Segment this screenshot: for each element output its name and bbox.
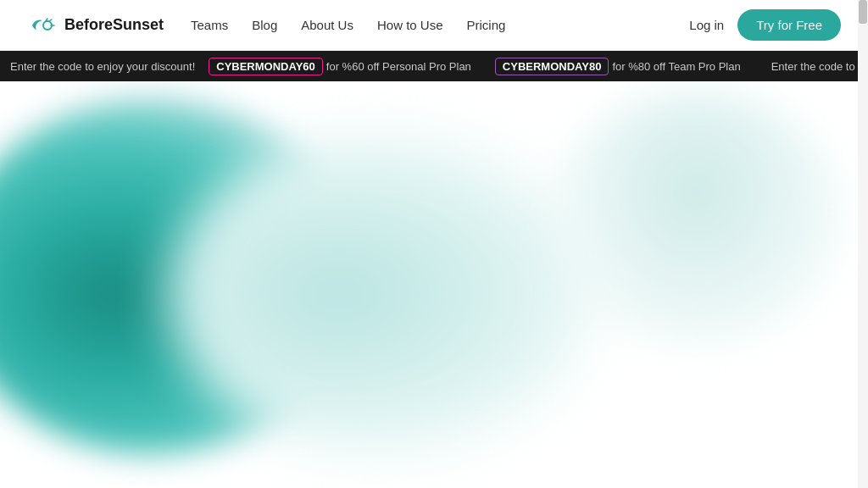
promo-text-2: Enter the code to enjoy your discount!	[761, 60, 868, 73]
nav-links: Teams Blog About Us How to Use Pricing	[191, 18, 505, 33]
blob-center	[170, 132, 593, 454]
nav-about[interactable]: About Us	[301, 18, 353, 32]
promo-desc-1: for %60 off Personal Pro Plan	[326, 60, 492, 73]
logo-link[interactable]: BeforeSunset	[27, 15, 164, 36]
scrollbar-thumb[interactable]	[859, 0, 867, 24]
logo-text: BeforeSunset	[64, 16, 164, 34]
promo-code-1: CYBERMONDAY60	[209, 58, 323, 75]
nav-teams[interactable]: Teams	[191, 18, 228, 32]
logo-icon	[27, 15, 58, 36]
blob-right	[553, 90, 841, 344]
login-button[interactable]: Log in	[689, 18, 724, 32]
scrollbar[interactable]	[858, 0, 868, 488]
navbar-left: BeforeSunset Teams Blog About Us How to …	[27, 15, 505, 36]
promo-banner: Enter the code to enjoy your discount! C…	[0, 51, 868, 81]
nav-pricing[interactable]: Pricing	[466, 18, 505, 32]
nav-how-to-use[interactable]: How to Use	[377, 18, 443, 32]
hero-section	[0, 81, 858, 488]
promo-text-1: Enter the code to enjoy your discount!	[0, 60, 205, 73]
nav-blog[interactable]: Blog	[252, 18, 277, 32]
navbar: BeforeSunset Teams Blog About Us How to …	[0, 0, 868, 51]
try-button[interactable]: Try for Free	[737, 9, 841, 41]
promo-code-2: CYBERMONDAY80	[495, 58, 609, 75]
navbar-right: Log in Try for Free	[689, 9, 841, 41]
promo-desc-2: for %80 off Team Pro Plan	[612, 60, 760, 73]
promo-inner: Enter the code to enjoy your discount! C…	[0, 58, 868, 75]
